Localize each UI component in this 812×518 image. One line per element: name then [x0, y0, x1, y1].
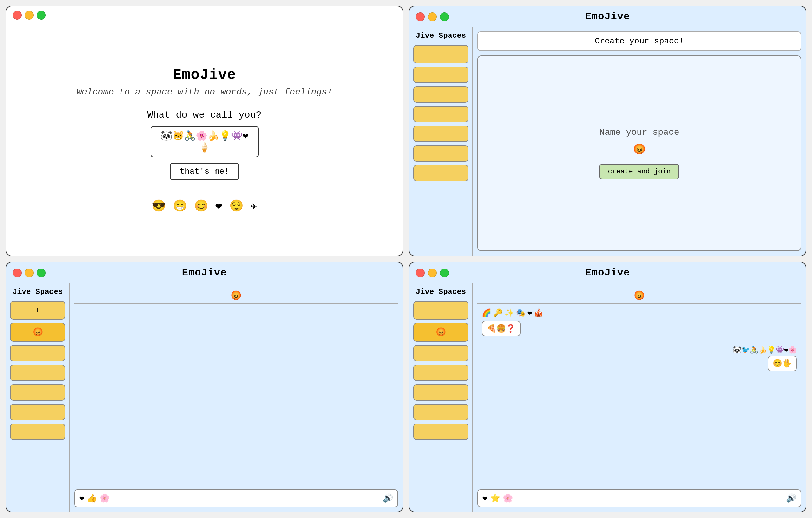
chat-input-emojis-4: ❤️ ⭐ 🌸	[483, 493, 513, 504]
space-btn-2-6[interactable]	[413, 165, 468, 181]
sidebar-4: Jive Spaces + 😡	[409, 283, 473, 512]
close-button-2[interactable]	[416, 12, 425, 21]
space-btn-2-4[interactable]	[413, 125, 468, 142]
space-btn-4-5[interactable]	[413, 424, 468, 440]
emoji-smile: 😊	[194, 199, 208, 213]
space-btn-2-5[interactable]	[413, 145, 468, 162]
sidebar-3: Jive Spaces + 😡	[6, 283, 70, 512]
space-btn-3-4[interactable]	[10, 404, 65, 420]
login-content: EmoJive Welcome to a space with no words…	[6, 24, 403, 255]
maximize-button-3[interactable]	[37, 269, 46, 277]
window-controls-4	[416, 269, 449, 277]
main-area-2: Create your space! Name your space 😡 cre…	[473, 27, 806, 255]
send-button-3[interactable]: 🔊	[383, 493, 393, 504]
space-btn-3-3[interactable]	[10, 384, 65, 401]
window-controls-2	[416, 12, 449, 21]
app-layout-2: Jive Spaces + Create your space! Name yo…	[409, 27, 806, 255]
space-btn-3-5[interactable]	[10, 424, 65, 440]
chat-messages-4: 🌈🔑✨🎭❤️🎪 🍕🍔❓ 🐼🐦🚴🍌💡👾❤️🌸 😊🖐️	[477, 304, 801, 489]
space-btn-4-2[interactable]	[413, 365, 468, 381]
space-btn-4-1[interactable]	[413, 345, 468, 361]
name-input-line: 😡	[605, 143, 674, 158]
emoji-plane: ✈️	[251, 199, 258, 213]
emoji-relax: 😌	[229, 199, 243, 213]
window-chat-active: EmoJive Jive Spaces + 😡 😡 🌈🔑✨🎭❤️🎪 🍕🍔❓	[409, 262, 806, 512]
close-button-4[interactable]	[416, 269, 425, 277]
chat-input-bar-4[interactable]: ❤️ ⭐ 🌸 🔊	[477, 489, 801, 507]
msg-bubble-left: 🍕🍔❓	[482, 321, 521, 336]
input-emoji-flower: 🌸	[99, 493, 110, 504]
chat-input-emojis-3: ❤️ 👍 🌸	[79, 493, 110, 504]
close-button-3[interactable]	[13, 269, 22, 277]
main-area-3: 😡 ❤️ 👍 🌸 🔊	[70, 283, 403, 512]
msg-bubble-right: 😊🖐️	[767, 356, 797, 371]
space-btn-3-2[interactable]	[10, 365, 65, 381]
add-space-btn-3[interactable]: +	[10, 301, 65, 319]
space-btn-2-2[interactable]	[413, 86, 468, 103]
sidebar-title-3: Jive Spaces	[10, 287, 65, 296]
app-layout-4: Jive Spaces + 😡 😡 🌈🔑✨🎭❤️🎪 🍕🍔❓ �	[409, 283, 806, 512]
window-create-space: EmoJive Jive Spaces + Create your space!…	[409, 6, 806, 256]
chat-input-bar-3[interactable]: ❤️ 👍 🌸 🔊	[74, 489, 398, 507]
send-button-4[interactable]: 🔊	[786, 493, 796, 504]
window-controls-3	[13, 269, 46, 277]
input-emoji-flower-4: 🌸	[503, 493, 513, 504]
maximize-button-2[interactable]	[440, 12, 449, 21]
name-input[interactable]: 🐼😸🚴🌸🍌💡👾❤️🍦	[151, 126, 259, 157]
emoji-heart: ❤️	[215, 199, 222, 213]
maximize-button[interactable]	[37, 11, 46, 20]
chat-messages-3	[74, 304, 398, 489]
input-emoji-star-4: ⭐	[490, 493, 500, 504]
input-emoji-thumbs: 👍	[87, 493, 97, 504]
space-btn-2-3[interactable]	[413, 106, 468, 122]
name-underline	[605, 157, 674, 158]
create-join-button[interactable]: create and join	[600, 164, 679, 179]
message-left: 🍕🍔❓	[482, 321, 797, 339]
sidebar-2: Jive Spaces +	[409, 27, 473, 255]
title-bar-2: EmoJive	[409, 6, 806, 27]
space-btn-3-1[interactable]	[10, 345, 65, 361]
create-space-header: Create your space!	[477, 31, 801, 51]
sidebar-title-2: Jive Spaces	[413, 31, 468, 40]
minimize-button-3[interactable]	[25, 269, 34, 277]
top-emoji-4: 😡	[634, 290, 645, 301]
space-btn-2-1[interactable]	[413, 67, 468, 83]
space-btn-3-active[interactable]: 😡	[10, 323, 65, 342]
window-login: EmoJive Welcome to a space with no words…	[6, 6, 403, 256]
name-space-label: Name your space	[599, 127, 679, 137]
space-btn-4-4[interactable]	[413, 404, 468, 420]
app-subtitle: Welcome to a space with no words, just f…	[77, 87, 332, 97]
maximize-button-4[interactable]	[440, 269, 449, 277]
emoji-picker-row: 🌈🔑✨🎭❤️🎪	[482, 308, 797, 318]
title-bar-4: EmoJive	[409, 263, 806, 283]
app-layout-3: Jive Spaces + 😡 😡 ❤️ 👍 🌸 🔊	[6, 283, 403, 512]
input-emoji-heart-4: ❤️	[483, 493, 488, 504]
close-button[interactable]	[13, 11, 22, 20]
window-title-4: EmoJive	[416, 267, 799, 279]
title-bar-3: EmoJive	[6, 263, 403, 283]
main-area-4: 😡 🌈🔑✨🎭❤️🎪 🍕🍔❓ 🐼🐦🚴🍌💡👾❤️🌸 😊🖐️ ❤️ ⭐	[473, 283, 806, 512]
add-space-btn-4[interactable]: +	[413, 301, 468, 319]
sidebar-title-4: Jive Spaces	[413, 287, 468, 296]
emoji-grin: 😁	[173, 199, 187, 213]
space-btn-4-3[interactable]	[413, 384, 468, 401]
add-space-btn-2[interactable]: +	[413, 45, 468, 63]
space-btn-4-active[interactable]: 😡	[413, 323, 468, 342]
create-space-box: Name your space 😡 create and join	[477, 56, 801, 251]
minimize-button[interactable]	[25, 11, 34, 20]
bottom-emoji-row: 😎 😁 😊 ❤️ 😌 ✈️	[152, 199, 257, 213]
emoji-sunglasses: 😎	[152, 199, 166, 213]
name-prompt: What do we call you?	[147, 110, 261, 120]
title-bar-1	[6, 6, 403, 24]
minimize-button-2[interactable]	[428, 12, 437, 21]
window-title-2: EmoJive	[416, 11, 799, 23]
minimize-button-4[interactable]	[428, 269, 437, 277]
window-title-3: EmoJive	[13, 267, 396, 279]
chat-top-bar-3: 😡	[74, 287, 398, 304]
message-right: 🐼🐦🚴🍌💡👾❤️🌸 😊🖐️	[482, 346, 797, 374]
app-title: EmoJive	[173, 67, 236, 83]
chat-top-bar-4: 😡	[477, 287, 801, 304]
input-emoji-heart: ❤️	[79, 493, 84, 504]
window-controls-1	[13, 11, 46, 20]
thats-me-button[interactable]: that's me!	[170, 163, 238, 180]
